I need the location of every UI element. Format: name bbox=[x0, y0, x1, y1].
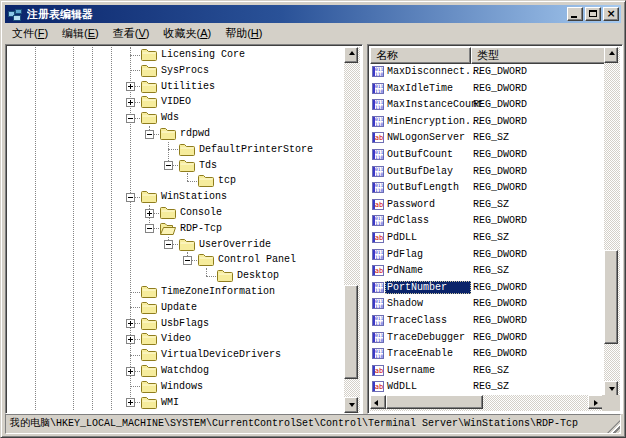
value-row-pdflag[interactable]: 011110PdFlagREG_DWORD bbox=[370, 247, 606, 264]
tree-item-rdp-tcp[interactable]: RDP-Tcp bbox=[8, 221, 346, 237]
value-row-nwlogonserver[interactable]: abNWLogonServerREG_SZ bbox=[370, 130, 606, 147]
tree-item-winstations[interactable]: WinStations bbox=[8, 189, 346, 205]
expand-plus-icon[interactable] bbox=[126, 398, 135, 407]
dword-value-icon: 011110 bbox=[372, 298, 384, 309]
value-row-traceenable[interactable]: 011110TraceEnableREG_DWORD bbox=[370, 346, 606, 363]
value-row-shadow[interactable]: 011110ShadowREG_DWORD bbox=[370, 296, 606, 313]
collapse-minus-icon[interactable] bbox=[126, 193, 135, 202]
folder-closed-icon bbox=[141, 348, 157, 361]
tree-item-desktop[interactable]: Desktop bbox=[8, 268, 346, 284]
value-row-pddll[interactable]: abPdDLLREG_SZ bbox=[370, 230, 606, 247]
tree-item-virtualdevicedrivers[interactable]: VirtualDeviceDrivers bbox=[8, 347, 346, 363]
tree-vertical-scrollbar[interactable] bbox=[344, 47, 360, 413]
title-bar[interactable]: 注册表编辑器 × bbox=[5, 5, 621, 23]
scroll-up-button[interactable] bbox=[344, 47, 358, 63]
tree-scrollbar-thumb[interactable] bbox=[344, 285, 358, 379]
collapse-minus-icon[interactable] bbox=[164, 161, 173, 170]
tree-item-utilities[interactable]: Utilities bbox=[8, 79, 346, 95]
collapse-minus-icon[interactable] bbox=[145, 130, 154, 139]
tree-item-wmi[interactable]: WMI bbox=[8, 395, 346, 411]
expand-plus-icon[interactable] bbox=[126, 335, 135, 344]
value-row-maxinstancecount[interactable]: 011110MaxInstanceCountREG_DWORD bbox=[370, 97, 606, 114]
value-row-minencryption[interactable]: 011110MinEncryption...REG_DWORD bbox=[370, 114, 606, 131]
column-header-name[interactable]: 名称 bbox=[370, 47, 471, 64]
tree-item-licensing-core[interactable]: Licensing Core bbox=[8, 47, 346, 63]
value-row-maxidletime[interactable]: 011110MaxIdleTimeREG_DWORD bbox=[370, 81, 606, 98]
dword-value-icon: 011110 bbox=[372, 332, 384, 343]
scroll-up-button[interactable] bbox=[604, 47, 618, 63]
value-row-traceclass[interactable]: 011110TraceClassREG_DWORD bbox=[370, 313, 606, 330]
minimize-button[interactable] bbox=[567, 7, 583, 21]
expand-plus-icon[interactable] bbox=[126, 319, 135, 328]
tree-item-watchdog[interactable]: Watchdog bbox=[8, 363, 346, 379]
arrow-right-icon bbox=[594, 400, 598, 406]
tree-item-video[interactable]: Video bbox=[8, 331, 346, 347]
svg-text:110: 110 bbox=[375, 88, 384, 93]
values-horizontal-scrollbar[interactable] bbox=[370, 395, 604, 411]
tree-item-rdpwd[interactable]: rdpwd bbox=[8, 126, 346, 142]
resize-grip[interactable] bbox=[607, 420, 620, 433]
value-row-outbufdelay[interactable]: 011110OutBufDelayREG_DWORD bbox=[370, 164, 606, 181]
menu-item-f[interactable]: 文件(F) bbox=[5, 24, 55, 43]
values-hscrollbar-thumb[interactable] bbox=[386, 395, 483, 409]
svg-text:ab: ab bbox=[375, 201, 383, 209]
values-list[interactable]: 011110MaxDisconnect...REG_DWORD011110Max… bbox=[370, 64, 606, 397]
expand-plus-icon[interactable] bbox=[126, 98, 135, 107]
tree-item-sysprocs[interactable]: SysProcs bbox=[8, 63, 346, 79]
expand-plus-icon[interactable] bbox=[126, 367, 135, 376]
expand-plus-icon[interactable] bbox=[145, 209, 154, 218]
value-row-portnumber[interactable]: 011110PortNumberREG_DWORD bbox=[370, 280, 606, 297]
value-row-username[interactable]: abUsernameREG_SZ bbox=[370, 363, 606, 380]
tree-item-label: Windows bbox=[159, 380, 205, 393]
value-name: TraceEnable bbox=[385, 347, 455, 360]
expand-plus-icon[interactable] bbox=[126, 82, 135, 91]
tree-view[interactable]: Licensing CoreSysProcsUtilitiesVIDEOWdsr… bbox=[8, 47, 346, 413]
values-vertical-scrollbar[interactable] bbox=[604, 47, 620, 397]
tree-item-windows[interactable]: Windows bbox=[8, 379, 346, 395]
menu-item-h[interactable]: 帮助(H) bbox=[218, 24, 269, 43]
tree-item-usbflags[interactable]: UsbFlags bbox=[8, 316, 346, 332]
maximize-button[interactable] bbox=[585, 7, 601, 21]
menu-item-v[interactable]: 查看(V) bbox=[106, 24, 157, 43]
tree-item-useroverride[interactable]: UserOverride bbox=[8, 237, 346, 253]
tree-item-label: UsbFlags bbox=[159, 317, 211, 330]
menu-item-a[interactable]: 收藏夹(A) bbox=[156, 24, 218, 43]
value-type: REG_DWORD bbox=[473, 248, 527, 261]
registry-app-icon[interactable] bbox=[7, 6, 23, 22]
value-row-outbuflength[interactable]: 011110OutBufLengthREG_DWORD bbox=[370, 180, 606, 197]
value-row-tracedebugger[interactable]: 011110TraceDebuggerREG_DWORD bbox=[370, 330, 606, 347]
tree-item-video[interactable]: VIDEO bbox=[8, 94, 346, 110]
collapse-minus-icon[interactable] bbox=[126, 114, 135, 123]
value-name: MaxInstanceCount bbox=[385, 98, 485, 111]
value-type: REG_DWORD bbox=[473, 297, 527, 310]
column-header-type[interactable]: 类型 bbox=[471, 47, 606, 64]
tree-item-label: Console bbox=[178, 206, 224, 219]
value-row-maxdisconnect[interactable]: 011110MaxDisconnect...REG_DWORD bbox=[370, 64, 606, 81]
collapse-minus-icon[interactable] bbox=[183, 256, 192, 265]
tree-item-control-panel[interactable]: Control Panel bbox=[8, 252, 346, 268]
value-row-pdclass[interactable]: 011110PdClassREG_DWORD bbox=[370, 213, 606, 230]
tree-item-label: TimeZoneInformation bbox=[159, 285, 277, 298]
values-scrollbar-thumb[interactable] bbox=[604, 250, 618, 344]
value-row-wddll[interactable]: abWdDLLREG_SZ bbox=[370, 379, 606, 396]
tree-item-wds[interactable]: Wds bbox=[8, 110, 346, 126]
collapse-minus-icon[interactable] bbox=[164, 240, 173, 249]
collapse-minus-icon[interactable] bbox=[145, 224, 154, 233]
tree-item-defaultprinterstore[interactable]: DefaultPrinterStore bbox=[8, 142, 346, 158]
value-name: Username bbox=[385, 364, 437, 377]
scroll-left-button[interactable] bbox=[370, 395, 386, 409]
value-name: TraceClass bbox=[385, 314, 449, 327]
tree-item-tds[interactable]: Tds bbox=[8, 158, 346, 174]
value-row-password[interactable]: abPasswordREG_SZ bbox=[370, 197, 606, 214]
dword-value-icon: 011110 bbox=[372, 282, 384, 293]
dword-value-icon: 011110 bbox=[372, 66, 384, 77]
tree-item-console[interactable]: Console bbox=[8, 205, 346, 221]
menu-item-e[interactable]: 编辑(E) bbox=[55, 24, 106, 43]
tree-item-update[interactable]: Update bbox=[8, 300, 346, 316]
tree-item-timezoneinformation[interactable]: TimeZoneInformation bbox=[8, 284, 346, 300]
value-row-pdname[interactable]: abPdNameREG_SZ bbox=[370, 263, 606, 280]
value-row-outbufcount[interactable]: 011110OutBufCountREG_DWORD bbox=[370, 147, 606, 164]
close-button[interactable]: × bbox=[603, 7, 619, 21]
tree-item-tcp[interactable]: tcp bbox=[8, 173, 346, 189]
scroll-down-button[interactable] bbox=[344, 397, 358, 413]
